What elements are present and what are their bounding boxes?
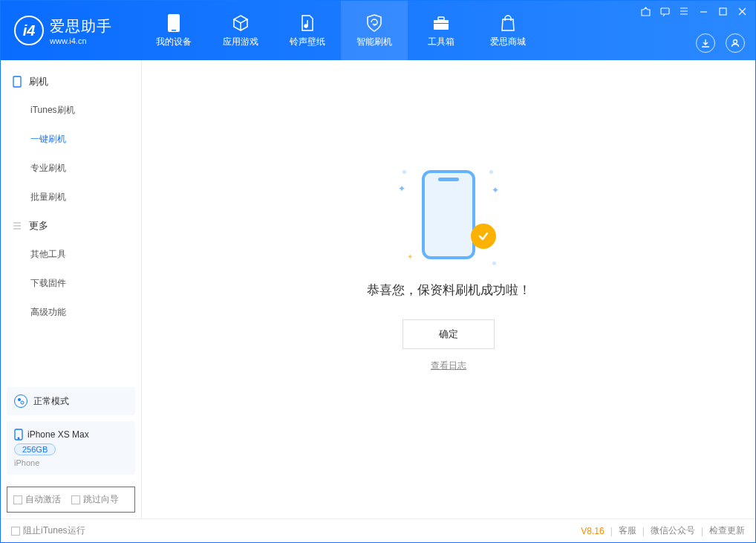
header-user-controls (696, 33, 745, 53)
svg-point-2 (304, 25, 307, 27)
sidebar-item-batch-flash[interactable]: 批量刷机 (1, 183, 141, 212)
sidebar-item-onekey-flash[interactable]: 一键刷机 (1, 125, 141, 154)
menu-icon[interactable] (678, 5, 690, 17)
checkbox-auto-activate[interactable]: 自动激活 (13, 493, 61, 506)
sidebar-section-more[interactable]: 更多 (1, 212, 141, 240)
bag-icon (498, 13, 518, 33)
minimize-button[interactable] (697, 5, 709, 17)
sidebar-item-pro-flash[interactable]: 专业刷机 (1, 154, 141, 183)
device-icon (164, 13, 183, 33)
nav-my-device[interactable]: 我的设备 (140, 1, 207, 60)
footer-link-wechat[interactable]: 微信公众号 (651, 524, 695, 537)
window-controls (639, 5, 748, 17)
nav-smart-flash[interactable]: 智能刷机 (341, 1, 408, 60)
footer-link-update[interactable]: 检查更新 (709, 524, 745, 537)
close-button[interactable] (736, 5, 748, 17)
nav-ringtone-wallpaper[interactable]: 铃声壁纸 (274, 1, 341, 60)
phone-icon (11, 76, 23, 88)
view-logs-link[interactable]: 查看日志 (431, 360, 466, 372)
version-label: V8.16 (581, 526, 604, 536)
app-url: www.i4.cn (50, 36, 112, 45)
maximize-button[interactable] (717, 5, 729, 17)
checkbox-skip-guide[interactable]: 跳过向导 (71, 493, 119, 506)
success-message: 恭喜您，保资料刷机成功啦！ (367, 282, 531, 299)
music-file-icon (298, 13, 317, 33)
svg-rect-7 (720, 8, 726, 15)
svg-rect-6 (661, 8, 669, 14)
main-content: ✦✦✦ 恭喜您，保资料刷机成功啦！ 确定 查看日志 (142, 60, 755, 518)
svg-point-13 (18, 438, 19, 439)
logo-icon: i4 (14, 16, 44, 45)
check-badge-icon (471, 224, 496, 249)
status-bar: 阻止iTunes运行 V8.16 | 客服 | 微信公众号 | 检查更新 (1, 518, 755, 542)
sidebar-section-flash[interactable]: 刷机 (1, 68, 141, 96)
sidebar-item-other-tools[interactable]: 其他工具 (1, 240, 141, 269)
svg-rect-5 (434, 23, 449, 24)
nav-apps-games[interactable]: 应用游戏 (207, 1, 274, 60)
toolbox-icon (431, 13, 451, 33)
shield-refresh-icon (365, 13, 384, 33)
svg-point-8 (734, 40, 737, 44)
device-type: iPhone (14, 458, 128, 467)
device-card[interactable]: iPhone XS Max 256GB iPhone (7, 421, 135, 475)
body: 刷机 iTunes刷机 一键刷机 专业刷机 批量刷机 更多 其他工具 下载固件 … (1, 60, 755, 518)
app-title: 爱思助手 (50, 16, 112, 36)
list-icon (11, 220, 23, 232)
sidebar-item-advanced[interactable]: 高级功能 (1, 298, 141, 327)
footer-link-support[interactable]: 客服 (619, 524, 636, 537)
mode-icon (14, 394, 27, 408)
app-logo: i4 爱思助手 www.i4.cn (1, 16, 126, 45)
device-name: iPhone XS Max (14, 429, 128, 440)
nav-store[interactable]: 爱思商城 (475, 1, 541, 60)
device-storage: 256GB (14, 443, 56, 455)
svg-rect-9 (13, 77, 21, 87)
sidebar: 刷机 iTunes刷机 一键刷机 专业刷机 批量刷机 更多 其他工具 下载固件 … (1, 60, 142, 518)
theme-icon[interactable] (639, 5, 651, 17)
svg-rect-0 (168, 14, 180, 32)
svg-point-10 (18, 398, 21, 401)
phone-icon (422, 170, 475, 259)
nav-toolbox[interactable]: 工具箱 (408, 1, 475, 60)
svg-rect-3 (434, 20, 449, 30)
sidebar-item-download-firmware[interactable]: 下载固件 (1, 269, 141, 298)
device-mode[interactable]: 正常模式 (7, 387, 135, 415)
svg-point-11 (21, 401, 24, 404)
flash-options-highlight: 自动激活 跳过向导 (7, 487, 135, 513)
user-account-button[interactable] (726, 33, 745, 53)
feedback-icon[interactable] (659, 5, 671, 17)
svg-rect-1 (172, 30, 176, 31)
title-bar: i4 爱思助手 www.i4.cn 我的设备 应用游戏 铃声壁纸 智能刷机 工具… (1, 1, 755, 60)
cube-icon (231, 13, 250, 33)
checkbox-block-itunes[interactable]: 阻止iTunes运行 (11, 524, 85, 537)
main-nav: 我的设备 应用游戏 铃声壁纸 智能刷机 工具箱 爱思商城 (140, 1, 541, 60)
device-icon (14, 429, 23, 440)
svg-rect-4 (438, 17, 444, 20)
success-illustration: ✦✦✦ (397, 163, 501, 267)
download-manager-button[interactable] (696, 33, 715, 53)
ok-button[interactable]: 确定 (403, 319, 495, 349)
sidebar-item-itunes-flash[interactable]: iTunes刷机 (1, 96, 141, 125)
